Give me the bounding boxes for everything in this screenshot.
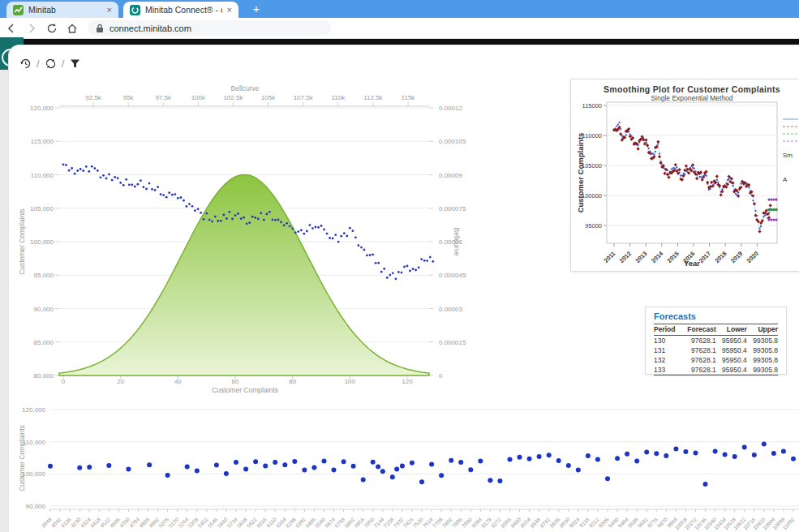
screen: { "browser": { "tabs": [ {"title": "Mini… bbox=[0, 0, 799, 532]
new-tab-button[interactable]: + bbox=[248, 1, 264, 17]
forecasts-col-header: Forecast bbox=[681, 324, 716, 336]
url-text: connect.minitab.com bbox=[110, 24, 191, 33]
tab-title: Minitab Connect® - connect.min bbox=[145, 5, 222, 15]
forecasts-cell: 133 bbox=[654, 365, 681, 375]
forecasts-row: 13097628.195950.499305.8 bbox=[654, 336, 778, 346]
forecasts-cell: 97628.1 bbox=[681, 345, 716, 355]
forecasts-cell: 132 bbox=[654, 355, 681, 365]
forecasts-title: Forecasts bbox=[654, 311, 778, 321]
forecasts-col-header: Lower bbox=[716, 324, 747, 336]
forecasts-cell: 95950.4 bbox=[716, 355, 747, 365]
browser-tab-bar: Minitab × Minitab Connect® - connect.min… bbox=[0, 0, 799, 18]
browser-navbar: connect.minitab.com bbox=[0, 18, 799, 39]
tab-title: Minitab bbox=[28, 5, 102, 15]
forecasts-cell: 99305.8 bbox=[747, 365, 778, 375]
smoothing-plot-title: Smoothing Plot for Customer Complaints bbox=[571, 84, 799, 94]
forecasts-cell: 99305.8 bbox=[747, 355, 778, 365]
refresh-icon[interactable] bbox=[45, 58, 57, 70]
tab-minitab-connect[interactable]: Minitab Connect® - connect.min × bbox=[123, 2, 238, 18]
address-bar[interactable]: connect.minitab.com bbox=[88, 20, 331, 36]
forecasts-table: PeriodForecastLowerUpper 13097628.195950… bbox=[654, 324, 778, 375]
forecasts-row: 13197628.195950.499305.8 bbox=[654, 345, 778, 355]
forecasts-cell: 97628.1 bbox=[681, 336, 716, 346]
toolbar-separator: / bbox=[62, 58, 65, 70]
tab-close-icon[interactable]: × bbox=[107, 5, 112, 15]
back-icon[interactable] bbox=[2, 19, 20, 37]
forecasts-cell: 99305.8 bbox=[747, 345, 778, 355]
smoothing-plot-card: Smoothing Plot for Customer Complaints S… bbox=[570, 79, 799, 272]
tab-close-icon[interactable]: × bbox=[227, 5, 232, 15]
forecasts-header-row: PeriodForecastLowerUpper bbox=[654, 324, 778, 336]
minitab-favicon bbox=[13, 5, 24, 15]
minitab-connect-favicon bbox=[130, 5, 140, 15]
forecasts-cell: 95950.4 bbox=[716, 345, 747, 355]
smoothing-plot-subtitle: Single Exponential Method bbox=[571, 94, 799, 102]
forecasts-col-header: Period bbox=[654, 324, 681, 336]
forecasts-row: 13297628.195950.499305.8 bbox=[654, 355, 778, 365]
forecasts-cell: 95950.4 bbox=[716, 336, 747, 346]
history-icon[interactable] bbox=[19, 58, 32, 70]
forecasts-cell: 131 bbox=[654, 345, 681, 355]
tab-minitab[interactable]: Minitab × bbox=[6, 2, 118, 18]
forecasts-cell: 99305.8 bbox=[747, 336, 778, 346]
forecasts-row: 13397628.195950.499305.8 bbox=[654, 365, 778, 375]
toolbar-separator: / bbox=[37, 58, 40, 70]
forecasts-col-header: Upper bbox=[747, 324, 778, 336]
forecasts-cell: 130 bbox=[654, 336, 681, 346]
reload-icon[interactable] bbox=[43, 19, 61, 37]
forecasts-cell: 95950.4 bbox=[716, 365, 747, 375]
forecasts-cell: 97628.1 bbox=[681, 365, 716, 375]
forward-icon[interactable] bbox=[23, 19, 41, 37]
lock-icon bbox=[96, 24, 104, 33]
filter-icon[interactable] bbox=[69, 58, 81, 70]
forecasts-cell: 97628.1 bbox=[681, 355, 716, 365]
forecasts-card: Forecasts PeriodForecastLowerUpper 13097… bbox=[645, 307, 787, 375]
chart-toolbar: / / bbox=[19, 56, 81, 71]
home-icon[interactable] bbox=[63, 19, 81, 37]
